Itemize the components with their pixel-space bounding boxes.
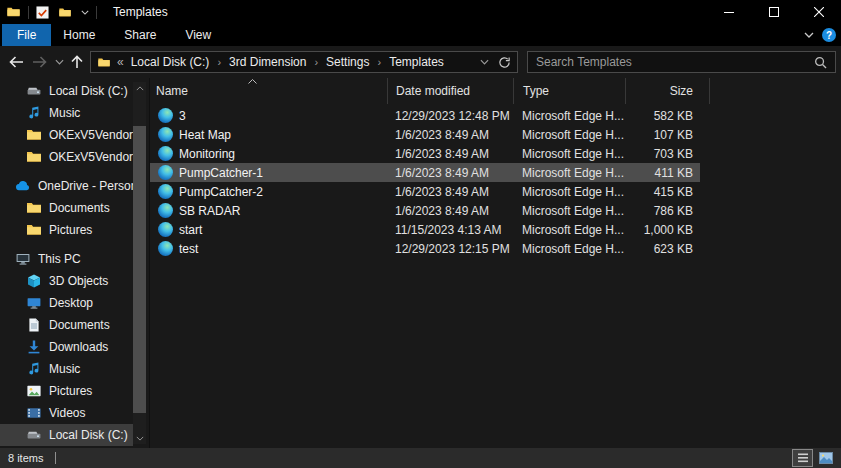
file-row-start[interactable]: start 11/15/2023 4:13 AM Microsoft Edge … — [150, 220, 700, 239]
breadcrumb-segment-drive[interactable]: Local Disk (C:) — [130, 55, 211, 69]
edge-file-icon — [158, 127, 173, 142]
file-name-cell: Heat Map — [150, 127, 387, 142]
sidebar-item-downloads[interactable]: Downloads — [0, 336, 133, 358]
sidebar-item-documents[interactable]: Documents — [0, 197, 133, 219]
file-type: Microsoft Edge H... — [513, 128, 625, 142]
file-size: 582 KB — [625, 109, 700, 123]
sidebar-item-videos[interactable]: Videos — [0, 402, 133, 424]
file-name: Monitoring — [179, 147, 235, 161]
file-size: 411 KB — [625, 166, 700, 180]
sidebar-item-onedrive-person[interactable]: OneDrive - Person — [0, 175, 133, 197]
sidebar-item-label: Music — [49, 106, 80, 120]
file-row-3[interactable]: 3 12/29/2023 12:48 PM Microsoft Edge H..… — [150, 106, 700, 125]
sidebar-item-music[interactable]: Music — [0, 358, 133, 380]
search-box[interactable] — [527, 51, 836, 73]
refresh-icon[interactable] — [498, 56, 511, 69]
column-header-name[interactable]: Name — [150, 78, 387, 104]
help-icon[interactable]: ? — [822, 28, 836, 42]
details-view-button[interactable] — [793, 450, 812, 466]
explorer-window: Templates File Home Share View ? — [0, 0, 841, 468]
picture-icon — [26, 383, 42, 399]
sidebar-item-music[interactable]: Music — [0, 102, 133, 124]
column-header-type[interactable]: Type — [513, 78, 625, 104]
edge-file-icon — [158, 241, 173, 256]
column-header-size[interactable]: Size — [625, 78, 700, 104]
minimize-button[interactable] — [706, 0, 751, 24]
sidebar-item-label: OneDrive - Person — [38, 179, 133, 193]
file-name: start — [179, 223, 202, 237]
file-type: Microsoft Edge H... — [513, 147, 625, 161]
file-row-heat-map[interactable]: Heat Map 1/6/2023 8:49 AM Microsoft Edge… — [150, 125, 700, 144]
details-view-icon — [797, 452, 809, 464]
sidebar-item-label: Local Disk (C:) — [49, 84, 128, 98]
forward-button[interactable] — [28, 50, 52, 74]
sidebar-item-label: Documents — [49, 318, 110, 332]
file-size: 623 KB — [625, 242, 700, 256]
status-bar: 8 items — [0, 448, 841, 468]
file-row-pumpcatcher-2[interactable]: PumpCatcher-2 1/6/2023 8:49 AM Microsoft… — [150, 182, 700, 201]
drive-icon — [26, 83, 42, 99]
address-bar[interactable]: « Local Disk (C:) › 3rd Dimension › Sett… — [90, 51, 518, 73]
breadcrumb-segment-settings[interactable]: Settings — [325, 55, 370, 69]
file-size: 703 KB — [625, 147, 700, 161]
tab-view[interactable]: View — [185, 28, 211, 42]
edge-file-icon — [158, 165, 173, 180]
file-date-modified: 1/6/2023 8:49 AM — [387, 147, 513, 161]
navigation-pane: Local Disk (C:) Music OKExV5Vendor OKExV… — [0, 78, 150, 448]
breadcrumb-overflow[interactable]: « — [113, 55, 130, 69]
search-input[interactable] — [536, 55, 814, 69]
scroll-up-icon[interactable] — [133, 82, 146, 94]
titlebar-separator — [96, 6, 97, 19]
breadcrumb-separator: › — [370, 56, 388, 68]
sidebar-item-desktop[interactable]: Desktop — [0, 292, 133, 314]
sidebar-item-this-pc[interactable]: This PC — [0, 248, 133, 270]
column-header-date-modified[interactable]: Date modified — [387, 78, 513, 104]
qat-dropdown-icon[interactable] — [81, 10, 89, 15]
file-type: Microsoft Edge H... — [513, 166, 625, 180]
desktop-icon — [26, 295, 42, 311]
sidebar-item-3d-objects[interactable]: 3D Objects — [0, 270, 133, 292]
cube-icon — [26, 273, 42, 289]
expand-ribbon-icon[interactable] — [804, 32, 814, 38]
file-row-sb-radar[interactable]: SB RADAR 1/6/2023 8:49 AM Microsoft Edge… — [150, 201, 700, 220]
sidebar-item-okexv5vendor[interactable]: OKExV5Vendor — [0, 146, 133, 168]
thumbnail-view-button[interactable] — [816, 450, 835, 466]
properties-check-icon[interactable] — [36, 6, 49, 19]
file-name-cell: SB RADAR — [150, 203, 387, 218]
file-row-monitoring[interactable]: Monitoring 1/6/2023 8:49 AM Microsoft Ed… — [150, 144, 700, 163]
tab-file[interactable]: File — [2, 24, 51, 46]
drive-icon — [26, 427, 42, 443]
maximize-button[interactable] — [751, 0, 796, 24]
file-date-modified: 1/6/2023 8:49 AM — [387, 166, 513, 180]
up-button[interactable] — [66, 50, 88, 74]
scrollbar-thumb[interactable] — [133, 126, 146, 413]
address-dropdown-icon[interactable] — [480, 59, 489, 65]
recent-locations-icon[interactable] — [52, 50, 66, 74]
sidebar-item-documents[interactable]: Documents — [0, 314, 133, 336]
statusbar-separator — [55, 452, 56, 464]
tab-share[interactable]: Share — [124, 28, 156, 42]
file-row-pumpcatcher-1[interactable]: PumpCatcher-1 1/6/2023 8:49 AM Microsoft… — [150, 163, 700, 182]
close-button[interactable] — [796, 0, 841, 24]
breadcrumb-segment-3rd-dimension[interactable]: 3rd Dimension — [228, 55, 307, 69]
sidebar-item-local-disk-c[interactable]: Local Disk (C:) — [0, 80, 133, 102]
sidebar-item-pictures[interactable]: Pictures — [0, 380, 133, 402]
breadcrumb-segment-templates[interactable]: Templates — [388, 55, 445, 69]
sidebar-scrollbar[interactable] — [133, 82, 146, 444]
sidebar-item-label: 3D Objects — [49, 274, 108, 288]
scroll-down-icon[interactable] — [133, 432, 146, 444]
sidebar-item-pictures[interactable]: Pictures — [0, 219, 133, 241]
app-folder-icon[interactable] — [6, 5, 21, 19]
sidebar-item-okexv5vendor[interactable]: OKExV5Vendor — [0, 124, 133, 146]
thumbnail-view-icon — [819, 452, 833, 464]
file-date-modified: 1/6/2023 8:49 AM — [387, 185, 513, 199]
file-name: PumpCatcher-1 — [179, 166, 263, 180]
back-button[interactable] — [4, 50, 28, 74]
sidebar-item-label: Videos — [49, 406, 85, 420]
sidebar-item-local-disk-c[interactable]: Local Disk (C:) — [0, 424, 133, 446]
file-row-test[interactable]: test 12/29/2023 12:15 PM Microsoft Edge … — [150, 239, 700, 258]
scrollbar-track[interactable] — [133, 94, 146, 432]
tab-home[interactable]: Home — [63, 28, 95, 42]
titlebar-separator — [28, 6, 29, 19]
new-folder-icon[interactable] — [58, 6, 72, 19]
